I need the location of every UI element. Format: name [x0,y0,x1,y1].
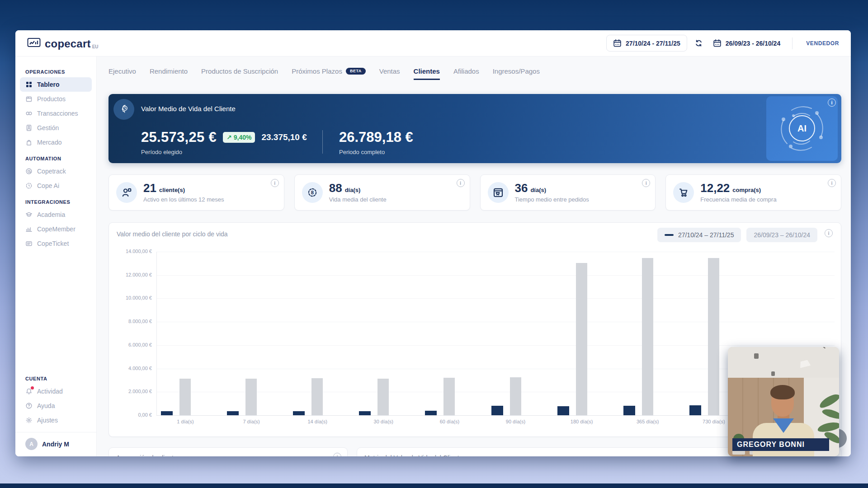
sidebar-item-copetrack[interactable]: Copetrack [20,164,92,178]
bar-27-10-24-27-11-25-1-d-a-s[interactable] [161,411,173,415]
bar-27-10-24-27-11-25-180-d-a-s[interactable] [557,406,569,415]
bar-27-10-24-27-11-25-90-d-a-s[interactable] [491,406,503,415]
sidebar-item-copeticket[interactable]: CopeTicket [20,236,92,251]
webcam-overlay[interactable]: GREGORY BONNI [728,347,839,456]
tab-ingresos-pagos[interactable]: Ingresos/Pagos [493,67,540,80]
tab-productos-de-suscripci-n[interactable]: Productos de Suscripción [201,67,278,80]
legend-label: 27/10/24 – 27/11/25 [678,231,734,239]
y-axis-tick-label: 10.000,00 € [109,295,152,300]
mind-clock-icon [113,99,134,120]
full-period-value: 26.789,18 € [339,129,413,145]
sidebar-item-cope-ai[interactable]: Cope Ai [20,178,92,193]
tab-pr-ximos-plazos[interactable]: Próximos PlazosBETA [292,67,366,80]
sidebar-item-actividad[interactable]: Actividad [20,384,92,399]
sidebar-item-ayuda[interactable]: Ayuda [20,399,92,413]
stat-text: 36día(s)Tiempo medio entre pedidos [515,182,589,202]
stat-text: 88día(s)Vida media del cliente [329,182,387,202]
header-divider [792,38,793,49]
transactions-link-icon [25,110,33,117]
tab-label: Clientes [414,67,440,75]
stat-text: 21cliente(s)Activo en los últimos 12 mes… [143,182,224,202]
stat-info-icon[interactable] [828,179,836,187]
comparison-date-range-button[interactable]: 26/09/23 - 26/10/24 [710,35,783,51]
stat-card-vida-media-del-cliente: 888día(s)Vida media del cliente [294,174,470,211]
bar-26-09-23-26-10-24-7-d-a-s[interactable] [245,379,257,415]
stat-label: Tiempo medio entre pedidos [515,196,589,203]
sidebar-spacer [20,251,92,370]
banner-title: Valor Medio de Vida del Cliente [141,105,236,113]
comparison-date-range-label: 26/09/23 - 26/10/24 [726,40,780,47]
sidebar-item-ajustes[interactable]: Ajustes [20,413,92,427]
gridline [156,252,835,252]
stat-info-icon[interactable] [271,179,279,187]
bar-26-09-23-26-10-24-60-d-a-s[interactable] [443,378,455,416]
primary-date-range-button[interactable]: 27/10/24 - 27/11/25 [606,35,687,52]
sidebar-item-academia[interactable]: Academia [20,207,92,222]
banner-info-icon[interactable] [828,99,836,107]
legend-period-primary[interactable]: 27/10/24 – 27/11/25 [657,228,741,242]
sidebar-item-label: Mercado [37,139,61,146]
sidebar-item-productos[interactable]: Productos [20,92,92,106]
chart-title: Valor medio del cliente por ciclo de vid… [117,230,228,238]
tab-bar: EjecutivoRendimientoProductos de Suscrip… [108,66,841,82]
bar-26-09-23-26-10-24-180-d-a-s[interactable] [576,263,587,415]
tab-ventas[interactable]: Ventas [379,67,400,80]
primary-date-range-label: 27/10/24 - 27/11/25 [626,40,680,47]
vendor-role-button[interactable]: VENDEDOR [802,38,844,49]
copeticket-ticket-icon [25,240,33,247]
sidebar-item-label: Tablero [37,81,60,88]
management-badge-icon [25,124,33,131]
window-header: copecart EU 27/10/24 - 27/11/25 [15,30,851,56]
sidebar-item-gesti-n[interactable]: Gestión [20,121,92,135]
bar-27-10-24-27-11-25-14-d-a-s[interactable] [293,411,305,415]
y-axis-tick-label: 4.000,00 € [109,366,152,371]
compare-refresh-button[interactable] [693,38,704,48]
y-axis-tick-label: 12.000,00 € [109,272,152,277]
bar-27-10-24-27-11-25-7-d-a-s[interactable] [227,411,239,415]
bar-27-10-24-27-11-25-60-d-a-s[interactable] [425,411,437,415]
bar-26-09-23-26-10-24-30-d-a-s[interactable] [377,379,389,416]
gridline [156,275,835,276]
sidebar-item-copemember[interactable]: CopeMember [20,222,92,236]
tab-rendimiento[interactable]: Rendimiento [150,67,188,80]
sidebar-item-tablero[interactable]: Tablero [20,77,92,92]
dashboard-grid-icon [25,81,33,88]
bar-27-10-24-27-11-25-365-d-a-s[interactable] [623,406,635,415]
sidebar-section-title-integraciones: INTEGRACIONES [25,199,92,205]
user-account-row[interactable]: AAndriy M [20,432,92,456]
primary-period-value: 25.573,25 € [141,129,217,145]
sidebar-item-label: CopeTicket [37,240,69,247]
ai-label: AI [789,115,815,141]
bar-26-09-23-26-10-24-365-d-a-s[interactable] [642,258,653,415]
tab-clientes[interactable]: Clientes [414,67,440,80]
bar-27-10-24-27-11-25-30-d-a-s[interactable] [359,411,371,415]
chart-info-icon[interactable] [825,229,833,237]
change-arrow-icon: ↗ [226,134,232,141]
header-controls: 27/10/24 - 27/11/25 26/09/23 - 26/10/24 [606,35,844,52]
bar-26-09-23-26-10-24-14-d-a-s[interactable] [311,378,323,415]
bar-26-09-23-26-10-24-730-d-a-s[interactable] [708,258,719,415]
person-hair [770,385,795,399]
tab-label: Ejecutivo [108,67,136,75]
tab-afiliados[interactable]: Afiliados [453,67,479,80]
x-axis-label: 90 día(s) [489,419,543,424]
sidebar-item-mercado[interactable]: Mercado [20,135,92,150]
legend-period-comparison[interactable]: 26/09/23 – 26/10/24 [746,228,817,242]
tab-label: Próximos Plazos [292,67,342,75]
logo-region-label: EU [92,45,99,49]
stat-unit: día(s) [530,187,546,193]
tab-ejecutivo[interactable]: Ejecutivo [108,67,136,80]
gridline [156,322,835,322]
stat-info-icon[interactable] [457,179,465,187]
bar-26-09-23-26-10-24-90-d-a-s[interactable] [510,377,521,415]
ai-decoration: AI [766,96,838,161]
change-percent: 9,40% [234,134,252,141]
stat-info-icon[interactable] [642,179,650,187]
y-axis-tick-label: 8.000,00 € [109,319,152,324]
bar-26-09-23-26-10-24-1-d-a-s[interactable] [179,379,191,415]
comparison-period-value: 23.375,10 € [261,132,307,142]
bar-27-10-24-27-11-25-730-d-a-s[interactable] [689,405,701,415]
card-info-icon[interactable] [333,453,341,456]
x-axis-label: 180 día(s) [555,419,609,424]
sidebar-item-transacciones[interactable]: Transacciones [20,106,92,121]
